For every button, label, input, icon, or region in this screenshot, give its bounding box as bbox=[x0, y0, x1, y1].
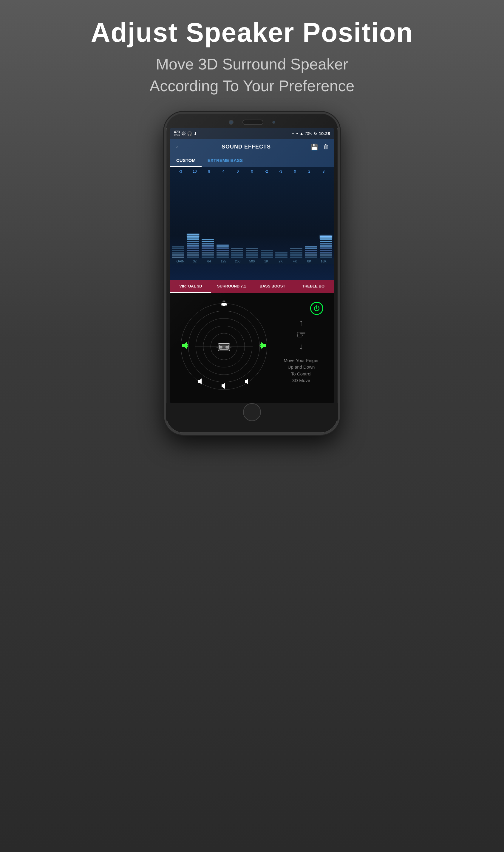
eq-val-7: -3 bbox=[274, 169, 287, 174]
speaker-bottom-center bbox=[220, 382, 228, 391]
save-button[interactable]: 💾 bbox=[311, 143, 318, 150]
tab-surround71[interactable]: SURROUND 7.1 bbox=[211, 280, 252, 293]
svg-rect-0 bbox=[222, 303, 226, 306]
delete-button[interactable]: 🗑 bbox=[323, 143, 329, 150]
svg-marker-3 bbox=[198, 378, 202, 384]
svg-marker-5 bbox=[245, 378, 248, 384]
eq-bar-7[interactable] bbox=[275, 175, 288, 258]
gesture-arrows: ↑ ☞ ↓ bbox=[296, 318, 306, 351]
front-camera bbox=[229, 120, 234, 125]
svg-marker-1 bbox=[182, 342, 187, 349]
phone-top-bar bbox=[166, 114, 338, 128]
clock: 10:28 bbox=[319, 131, 330, 136]
status-right: ✶ ▾ ▲ 73% ↻ 10:28 bbox=[291, 131, 330, 136]
eq-val-0: -3 bbox=[174, 169, 187, 174]
power-side-button bbox=[339, 173, 340, 191]
phone-wrapper: 473 KB/s 🖼 🎧 ⬇ ✶ ▾ ▲ 73% ↻ 10:28 bbox=[164, 112, 340, 435]
status-bar: 473 KB/s 🖼 🎧 ⬇ ✶ ▾ ▲ 73% ↻ 10:28 bbox=[170, 128, 334, 139]
eq-val-9: 2 bbox=[303, 169, 316, 174]
speaker-left bbox=[181, 341, 190, 352]
effects-tab-bar: VIRTUAL 3D SURROUND 7.1 BASS BOOST TREBL… bbox=[170, 280, 334, 293]
speaker-bottom-right bbox=[244, 378, 251, 387]
speaker-right bbox=[258, 341, 267, 352]
eq-bar-3[interactable] bbox=[216, 175, 229, 258]
silent-switch bbox=[164, 203, 165, 222]
eq-freq-1k: 1K bbox=[260, 259, 273, 263]
eq-freq-125: 125 bbox=[217, 259, 230, 263]
eq-freq-8k: 8K bbox=[303, 259, 316, 263]
eq-freq-16k: 16K bbox=[317, 259, 330, 263]
eq-bars-area[interactable] bbox=[170, 175, 334, 258]
eq-freq-2k: 2K bbox=[274, 259, 287, 263]
eq-values-row: -3 10 8 4 0 0 -2 -3 0 2 8 bbox=[170, 169, 334, 174]
eq-bar-10[interactable] bbox=[319, 175, 332, 258]
download-icon: ⬇ bbox=[194, 131, 197, 136]
headphone-icon: 🎧 bbox=[187, 131, 192, 136]
eq-freq-250: 250 bbox=[231, 259, 244, 263]
eq-freq-4k: 4K bbox=[289, 259, 301, 263]
tab-extreme-bass[interactable]: EXTREME BASS bbox=[202, 155, 249, 167]
notification-light bbox=[272, 121, 275, 124]
phone-screen: 473 KB/s 🖼 🎧 ⬇ ✶ ▾ ▲ 73% ↻ 10:28 bbox=[170, 128, 334, 403]
battery-percent: 73% bbox=[305, 131, 312, 136]
svg-marker-4 bbox=[221, 383, 225, 389]
volume-down-button bbox=[164, 179, 165, 199]
svg-point-9 bbox=[226, 346, 229, 349]
eq-bar-5[interactable] bbox=[245, 175, 258, 258]
eq-freq-gain: GAIN bbox=[174, 259, 187, 263]
instruction-text: Move Your Finger Up and Down To Control … bbox=[284, 357, 319, 384]
page-subtitle: Move 3D Surround Speaker According To Yo… bbox=[91, 53, 413, 97]
eq-bar-9[interactable] bbox=[304, 175, 318, 258]
tab-virtual3d[interactable]: VIRTUAL 3D bbox=[170, 280, 211, 293]
power-button[interactable] bbox=[310, 302, 323, 315]
eq-val-1: 10 bbox=[188, 169, 201, 174]
eq-val-4: 0 bbox=[231, 169, 244, 174]
eq-tab-bar: CUSTOM EXTREME BASS bbox=[170, 155, 334, 167]
tab-treble-boost[interactable]: TREBLE BO bbox=[293, 280, 334, 293]
wifi-icon: ▾ bbox=[296, 131, 298, 136]
virtual3d-area: ↑ ☞ ↓ Move Your Finger Up and Down To Co… bbox=[170, 293, 334, 403]
app-bar: ← SOUND EFFECTS 💾 🗑 bbox=[170, 139, 334, 155]
eq-val-2: 8 bbox=[203, 169, 215, 174]
eq-bar-0[interactable] bbox=[172, 175, 185, 258]
center-device-icon bbox=[214, 339, 234, 354]
network-speed: 473 KB/s bbox=[174, 130, 180, 137]
eq-container: -3 10 8 4 0 0 -2 -3 0 2 8 bbox=[170, 167, 334, 280]
eq-freq-row: GAIN 32 64 125 250 500 1K 2K 4K 8K 16K bbox=[170, 258, 334, 264]
speaker-top bbox=[220, 300, 228, 311]
signal-icon: ▲ bbox=[300, 131, 304, 136]
app-bar-title: SOUND EFFECTS bbox=[221, 144, 271, 150]
bluetooth-icon: ✶ bbox=[291, 131, 295, 136]
volume-up-button bbox=[164, 161, 165, 173]
app-bar-actions: 💾 🗑 bbox=[311, 143, 329, 150]
eq-val-8: 0 bbox=[289, 169, 301, 174]
earpiece bbox=[242, 120, 263, 125]
eq-val-3: 4 bbox=[217, 169, 230, 174]
eq-bar-4[interactable] bbox=[231, 175, 244, 258]
status-left: 473 KB/s 🖼 🎧 ⬇ bbox=[174, 130, 197, 137]
eq-val-6: -2 bbox=[260, 169, 273, 174]
phone-bottom-bar bbox=[166, 403, 338, 421]
svg-marker-2 bbox=[261, 342, 266, 349]
eq-freq-500: 500 bbox=[246, 259, 258, 263]
eq-bar-1[interactable] bbox=[186, 175, 199, 258]
eq-val-10: 8 bbox=[317, 169, 330, 174]
tab-bass-boost[interactable]: BASS BOOST bbox=[252, 280, 293, 293]
tab-custom[interactable]: CUSTOM bbox=[170, 155, 202, 167]
page-header: Adjust Speaker Position Move 3D Surround… bbox=[61, 0, 443, 106]
eq-bar-6[interactable] bbox=[260, 175, 273, 258]
phone-body: 473 KB/s 🖼 🎧 ⬇ ✶ ▾ ▲ 73% ↻ 10:28 bbox=[164, 112, 340, 435]
page-title: Adjust Speaker Position bbox=[91, 18, 413, 48]
eq-bar-8[interactable] bbox=[290, 175, 303, 258]
eq-bar-2[interactable] bbox=[201, 175, 214, 258]
speaker-bottom-left bbox=[197, 378, 204, 387]
hand-gesture-icon: ☞ bbox=[296, 328, 306, 341]
eq-val-5: 0 bbox=[246, 169, 258, 174]
speaker-circle-container[interactable] bbox=[176, 299, 272, 394]
eq-freq-32: 32 bbox=[188, 259, 201, 263]
image-icon: 🖼 bbox=[181, 131, 185, 136]
sync-icon: ↻ bbox=[314, 131, 317, 136]
instruction-panel: ↑ ☞ ↓ Move Your Finger Up and Down To Co… bbox=[272, 299, 331, 387]
back-button[interactable]: ← bbox=[175, 143, 182, 151]
home-button[interactable] bbox=[243, 403, 261, 421]
